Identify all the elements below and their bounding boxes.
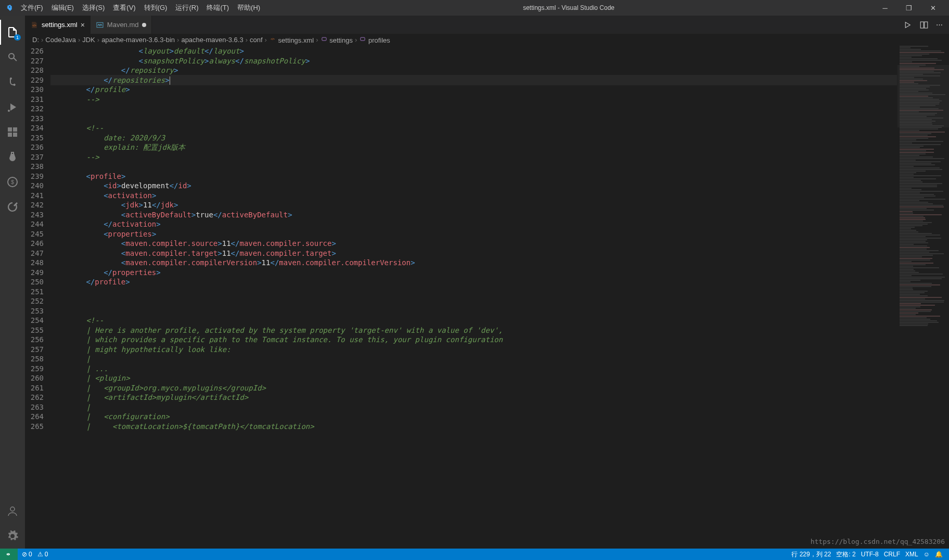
- breadcrumb-item[interactable]: </> settings.xml: [269, 35, 314, 44]
- breadcrumb-item[interactable]: JDK: [82, 36, 95, 44]
- code-line[interactable]: <snapshotPolicy>always</snapshotPolicy>: [51, 56, 897, 66]
- code-line[interactable]: <!--: [51, 316, 897, 325]
- menu-item[interactable]: 转到(G): [140, 1, 172, 15]
- more-icon[interactable]: ⋯: [936, 21, 943, 29]
- menu-item[interactable]: 文件(F): [17, 1, 47, 15]
- code-line[interactable]: explain: 配置jdk版本: [51, 142, 897, 152]
- code-line[interactable]: [51, 296, 897, 306]
- minimap-viewport[interactable]: [897, 65, 949, 127]
- code-editor[interactable]: <layout>default</layout> <snapshotPolicy…: [51, 45, 897, 549]
- status-ln-col[interactable]: 行 229，列 22: [791, 550, 831, 559]
- line-number: 250: [25, 277, 44, 287]
- vscode-icon: [4, 4, 12, 12]
- run-icon[interactable]: [903, 20, 912, 30]
- symbol-icon: [359, 35, 366, 43]
- status-warnings[interactable]: ⚠0: [37, 551, 48, 558]
- line-number: 265: [25, 422, 44, 432]
- activity-search[interactable]: [0, 45, 25, 70]
- code-line[interactable]: | ...: [51, 364, 897, 374]
- activity-account[interactable]: [0, 499, 25, 524]
- breadcrumb-item[interactable]: CodeJava: [45, 36, 76, 44]
- code-line[interactable]: <jdk>11</jdk>: [51, 200, 897, 210]
- close-button[interactable]: ✕: [921, 0, 945, 16]
- menu-item[interactable]: 编辑(E): [47, 1, 78, 15]
- code-line[interactable]: | <groupId>org.myco.myplugins</groupId>: [51, 383, 897, 393]
- menu-item[interactable]: 终端(T): [202, 1, 233, 15]
- activity-ext-1[interactable]: $: [0, 170, 25, 194]
- code-line[interactable]: | Here is another profile, activated by …: [51, 325, 897, 335]
- menu-item[interactable]: 运行(R): [171, 1, 202, 15]
- editor-tab[interactable]: Maven.md: [91, 16, 152, 34]
- breadcrumbs[interactable]: D:›CodeJava›JDK›apache-maven-3.6.3-bin›a…: [25, 34, 949, 45]
- breadcrumb-item[interactable]: settings: [320, 35, 353, 44]
- menu-item[interactable]: 查看(V): [109, 1, 139, 15]
- breadcrumb-item[interactable]: apache-maven-3.6.3-bin: [101, 36, 175, 44]
- chevron-right-icon: ›: [97, 36, 99, 44]
- code-line[interactable]: -->: [51, 95, 897, 105]
- breadcrumb-item[interactable]: D:: [32, 36, 39, 44]
- breadcrumb-item[interactable]: conf: [250, 36, 263, 44]
- activity-ext-2[interactable]: [0, 194, 25, 219]
- status-errors[interactable]: ⊘0: [22, 551, 32, 558]
- code-line[interactable]: <profile>: [51, 172, 897, 181]
- status-eol[interactable]: CRLF: [884, 551, 900, 558]
- minimize-button[interactable]: ─: [873, 0, 897, 16]
- code-line[interactable]: <properties>: [51, 229, 897, 239]
- code-line[interactable]: |: [51, 354, 897, 364]
- line-number: 251: [25, 287, 44, 297]
- breadcrumb-item[interactable]: profiles: [359, 35, 390, 44]
- status-encoding[interactable]: UTF-8: [861, 551, 879, 558]
- code-line[interactable]: | might hypothetically look like:: [51, 345, 897, 355]
- code-line[interactable]: <!--: [51, 123, 897, 133]
- code-line[interactable]: | which provides a specific path to the …: [51, 335, 897, 345]
- code-line[interactable]: [51, 287, 897, 297]
- code-line[interactable]: </profile>: [51, 85, 897, 95]
- code-line[interactable]: | <plugin>: [51, 373, 897, 383]
- activity-settings[interactable]: [0, 524, 25, 549]
- status-spaces[interactable]: 空格: 2: [836, 550, 855, 559]
- code-line[interactable]: | <tomcatLocation>${tomcatPath}</tomcatL…: [51, 422, 897, 432]
- code-line[interactable]: [51, 306, 897, 316]
- status-notification[interactable]: 🔔: [935, 551, 943, 558]
- menu-item[interactable]: 选择(S): [78, 1, 109, 15]
- activity-testing[interactable]: [0, 145, 25, 170]
- code-line[interactable]: -->: [51, 152, 897, 162]
- remote-indicator[interactable]: [0, 549, 18, 560]
- activity-scm[interactable]: [0, 70, 25, 95]
- code-line[interactable]: <activeByDefault>true</activeByDefault>: [51, 210, 897, 220]
- line-number: 260: [25, 373, 44, 383]
- code-line[interactable]: </repositories>: [51, 75, 897, 85]
- activity-explorer[interactable]: 1: [0, 20, 25, 45]
- menu-item[interactable]: 帮助(H): [233, 1, 264, 15]
- code-line[interactable]: [51, 104, 897, 114]
- editor-tab[interactable]: </>settings.xml×: [25, 16, 91, 34]
- status-language[interactable]: XML: [905, 551, 918, 558]
- activity-extensions[interactable]: [0, 120, 25, 145]
- code-line[interactable]: | <artifactId>myplugin</artifactId>: [51, 393, 897, 402]
- code-line[interactable]: </profile>: [51, 277, 897, 287]
- line-number: 233: [25, 114, 44, 124]
- code-line[interactable]: <maven.compiler.target>11</maven.compile…: [51, 249, 897, 258]
- code-line[interactable]: <maven.compiler.source>11</maven.compile…: [51, 239, 897, 249]
- line-number: 247: [25, 249, 44, 258]
- split-editor-icon[interactable]: [919, 20, 929, 30]
- code-line[interactable]: [51, 162, 897, 172]
- breadcrumb-item[interactable]: apache-maven-3.6.3: [181, 36, 243, 44]
- code-line[interactable]: [51, 114, 897, 124]
- code-line[interactable]: </repository>: [51, 66, 897, 75]
- tab-close-icon[interactable]: ×: [81, 21, 85, 29]
- code-line[interactable]: <layout>default</layout>: [51, 46, 897, 56]
- code-line[interactable]: date: 2020/9/3: [51, 133, 897, 143]
- code-line[interactable]: </properties>: [51, 268, 897, 278]
- code-line[interactable]: <maven.compiler.compilerVersion>11</mave…: [51, 258, 897, 268]
- svg-rect-10: [361, 37, 365, 41]
- activity-run[interactable]: [0, 95, 25, 120]
- code-line[interactable]: </activation>: [51, 219, 897, 229]
- code-line[interactable]: |: [51, 402, 897, 412]
- status-feedback[interactable]: ☺: [924, 551, 930, 558]
- minimap[interactable]: [897, 45, 949, 549]
- code-line[interactable]: <activation>: [51, 191, 897, 201]
- code-line[interactable]: | <configuration>: [51, 412, 897, 422]
- maximize-button[interactable]: ❐: [897, 0, 921, 16]
- code-line[interactable]: <id>development</id>: [51, 181, 897, 191]
